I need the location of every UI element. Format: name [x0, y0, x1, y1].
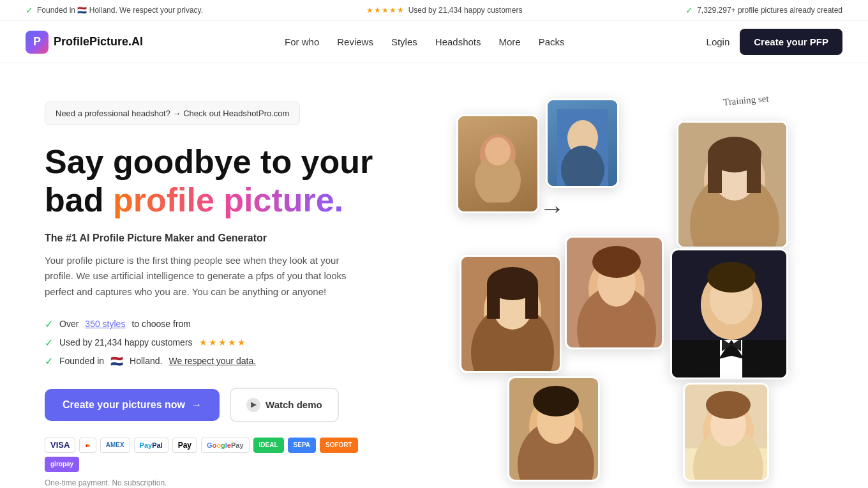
topbar: ✓ Founded in 🇳🇱 Holland. We respect your… — [0, 0, 868, 21]
feature2-text: Used by 21,434 happy customers — [59, 337, 193, 347]
topbar-privacy-text: Founded in 🇳🇱 Holland. We respect your p… — [37, 6, 203, 15]
nav-link-for-who[interactable]: For who — [285, 36, 319, 47]
image-collage: Training set ↓ — [456, 89, 788, 472]
hero-section: Need a professional headshot? → Check ou… — [0, 63, 868, 488]
ideal-badge: iDEAL — [253, 438, 284, 453]
headline: Say goodbye to your bad profile picture. — [45, 143, 377, 220]
input-photo-2 — [546, 98, 619, 188]
nav-item-headshots[interactable]: Headshots — [435, 36, 481, 48]
hero-right: Training set ↓ — [402, 89, 842, 472]
svg-rect-18 — [487, 284, 500, 319]
connector-arrow-icon: → — [539, 194, 565, 223]
play-icon: ▶ — [246, 398, 260, 412]
headline-line2: bad — [45, 181, 113, 218]
output-photo-3 — [565, 236, 664, 349]
paypal-badge: PayPal — [134, 438, 168, 453]
visa-badge: VISA — [45, 438, 75, 453]
sepa-badge: SEPA — [288, 438, 317, 453]
input-photo-1 — [456, 114, 539, 213]
check-icon-2: ✓ — [685, 5, 693, 15]
feature-founded: ✓ Founded in 🇳🇱 Holland. We respect your… — [45, 355, 377, 367]
nav-link-reviews[interactable]: Reviews — [337, 36, 373, 47]
headline-colored: profile picture. — [113, 181, 343, 218]
output-photo-2 — [460, 255, 562, 373]
watch-label: Watch demo — [266, 399, 322, 410]
feature1-suffix: to choose from — [131, 319, 191, 329]
watch-demo-button[interactable]: ▶ Watch demo — [230, 388, 339, 422]
feature-customers: ✓ Used by 21,434 happy customers ★★★★★ — [45, 337, 377, 349]
amex-badge: AMEX — [100, 438, 130, 453]
check-icon: ✓ — [26, 5, 33, 15]
logo-icon: P — [26, 31, 49, 54]
cta-row: Create your pictures now → ▶ Watch demo — [45, 388, 377, 422]
nav-item-styles[interactable]: Styles — [391, 36, 417, 48]
data-link[interactable]: We respect your data. — [168, 356, 256, 366]
navbar: P ProfilePicture.AI For who Reviews Styl… — [0, 21, 868, 63]
feature3-prefix: Founded in — [59, 356, 104, 366]
training-set-label: Training set — [723, 93, 770, 108]
feature-styles: ✓ Over 350 styles to choose from — [45, 318, 377, 330]
topbar-pictures-text: 7,329,297+ profile pictures already crea… — [697, 6, 842, 15]
headline-line1: Say goodbye to your — [45, 143, 373, 180]
feature-list: ✓ Over 350 styles to choose from ✓ Used … — [45, 318, 377, 367]
nav-item-packs[interactable]: Packs — [539, 36, 565, 48]
logo[interactable]: P ProfilePicture.AI — [26, 31, 143, 54]
topbar-customers: ★★★★★ Used by 21,434 happy customers — [366, 6, 523, 15]
check-icon-4: ✓ — [45, 337, 53, 349]
cta-main-label: Create your pictures now — [63, 399, 185, 411]
headshot-banner[interactable]: Need a professional headshot? → Check ou… — [45, 102, 300, 125]
stars-inline-icon: ★★★★★ — [199, 337, 247, 347]
output-photo-6 — [683, 383, 769, 482]
create-pfp-button[interactable]: Create your PFP — [740, 29, 842, 55]
hero-left: Need a professional headshot? → Check ou… — [45, 89, 377, 487]
subheadline: The #1 AI Profile Picture Maker and Gene… — [45, 233, 377, 244]
styles-link[interactable]: 350 styles — [85, 319, 125, 329]
topbar-privacy: ✓ Founded in 🇳🇱 Holland. We respect your… — [26, 5, 203, 15]
nav-item-more[interactable]: More — [499, 36, 521, 48]
nav-link-headshots[interactable]: Headshots — [435, 36, 481, 47]
svg-point-24 — [592, 246, 641, 278]
topbar-customers-text: Used by 21,434 happy customers — [408, 6, 523, 15]
fine-print: One-time payment. No subscription. — [45, 478, 377, 487]
output-photo-5 — [507, 376, 600, 482]
output-photo-1 — [677, 121, 788, 248]
topbar-pictures: ✓ 7,329,297+ profile pictures already cr… — [685, 5, 842, 15]
nav-item-reviews[interactable]: Reviews — [337, 36, 373, 48]
nav-link-styles[interactable]: Styles — [391, 36, 417, 47]
svg-point-2 — [485, 137, 511, 165]
giropay-badge: giropay — [45, 457, 79, 472]
feature3-suffix: Holland. — [130, 356, 162, 366]
logo-text: ProfilePicture.AI — [54, 35, 143, 49]
svg-rect-12 — [747, 155, 761, 193]
banner-text: Need a professional headshot? → Check ou… — [56, 109, 289, 118]
nav-link-more[interactable]: More — [499, 36, 521, 47]
svg-point-34 — [707, 262, 756, 293]
sofort-badge: SOFORT — [320, 438, 358, 453]
payment-row: VISA ●● AMEX PayPal Pay Google Pay iDEAL… — [45, 438, 377, 472]
check-icon-5: ✓ — [45, 355, 53, 367]
svg-point-39 — [533, 386, 579, 416]
nav-right: Login Create your PFP — [707, 29, 842, 55]
output-photo-4 — [670, 248, 788, 379]
applepay-badge: Pay — [172, 438, 197, 453]
description: Your profile picture is the first thing … — [45, 253, 351, 300]
svg-point-45 — [706, 391, 751, 419]
check-icon-3: ✓ — [45, 318, 53, 330]
svg-rect-11 — [708, 155, 722, 193]
nav-links: For who Reviews Styles Headshots More Pa… — [285, 36, 565, 48]
stars-icon: ★★★★★ — [366, 6, 405, 15]
feature1-prefix: Over — [59, 319, 79, 329]
create-pictures-button[interactable]: Create your pictures now → — [45, 389, 220, 421]
svg-rect-19 — [525, 284, 538, 319]
arrow-icon: → — [191, 399, 202, 411]
mastercard-badge: ●● — [79, 438, 96, 453]
login-button[interactable]: Login — [707, 36, 730, 47]
flag-icon: 🇳🇱 — [110, 355, 123, 367]
gpay-badge: Google Pay — [201, 438, 250, 453]
nav-item-for-who[interactable]: For who — [285, 36, 319, 48]
nav-link-packs[interactable]: Packs — [539, 36, 565, 47]
